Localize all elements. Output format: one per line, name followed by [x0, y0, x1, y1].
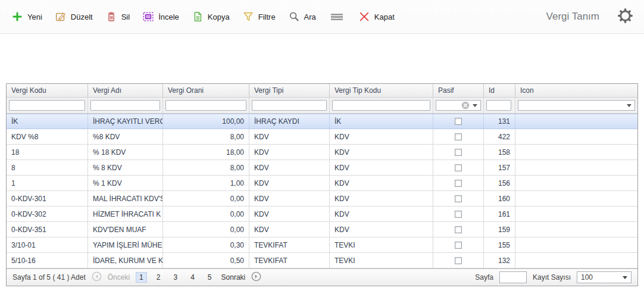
cell-vergi-orani[interactable]: 0,00: [163, 207, 249, 221]
cell-vergi-orani[interactable]: 0,50: [163, 253, 249, 268]
page-button-4[interactable]: 4: [187, 272, 198, 283]
cell-vergi-tipi[interactable]: KDV: [249, 222, 330, 237]
cell-vergi-adi[interactable]: İHRAÇ KAYITLI VERG: [88, 114, 163, 129]
cell-vergi-orani[interactable]: 0,30: [163, 237, 249, 252]
cell-vergi-tipi[interactable]: KDV: [249, 129, 330, 144]
cell-icon[interactable]: [515, 129, 637, 144]
table-row[interactable]: 0-KDV-302 HİZMET İHRACATI K 0,00 KDV KDV…: [7, 207, 637, 222]
cell-vergi-tipi[interactable]: TEVKIFAT: [249, 253, 330, 268]
cell-vergi-kodu[interactable]: 3/10-01: [7, 237, 88, 252]
menu-button[interactable]: [328, 10, 346, 23]
page-button-5[interactable]: 5: [204, 272, 215, 283]
cell-vergi-adi[interactable]: İDARE, KURUM VE K: [88, 253, 163, 268]
prev-page-button[interactable]: Önceki: [108, 273, 130, 282]
page-button-1[interactable]: 1: [136, 272, 147, 283]
cell-vergi-tip-kodu[interactable]: KDV: [330, 207, 433, 221]
cell-vergi-kodu[interactable]: 0-KDV-301: [7, 191, 88, 206]
cell-icon[interactable]: [515, 145, 637, 159]
cell-vergi-adi[interactable]: YAPIM İŞLERİ MÜHEN: [88, 237, 163, 252]
cell-vergi-kodu[interactable]: KDV %8: [7, 129, 88, 144]
cell-vergi-orani[interactable]: 0,00: [163, 222, 249, 237]
filter-vergi-adi-input[interactable]: [90, 100, 160, 111]
filter-vergi-tipi-input[interactable]: [252, 100, 327, 111]
cell-vergi-tipi[interactable]: KDV: [249, 207, 330, 221]
cell-vergi-kodu[interactable]: 0-KDV-302: [7, 207, 88, 221]
cell-vergi-tipi[interactable]: TEVKIFAT: [249, 237, 330, 252]
filter-vergi-orani-input[interactable]: [165, 100, 246, 111]
pasif-checkbox[interactable]: [455, 211, 462, 218]
cell-vergi-tip-kodu[interactable]: TEVKI: [330, 237, 433, 252]
cell-id[interactable]: 156: [484, 176, 515, 190]
cell-vergi-tip-kodu[interactable]: KDV: [330, 222, 433, 237]
pasif-checkbox[interactable]: [455, 180, 462, 187]
cell-vergi-tipi[interactable]: İHRAÇ KAYDI: [249, 114, 330, 129]
cell-vergi-kodu[interactable]: 8: [7, 160, 88, 175]
gear-icon[interactable]: [617, 8, 633, 26]
cell-vergi-orani[interactable]: 18,00: [163, 145, 249, 159]
cell-vergi-tipi[interactable]: KDV: [249, 191, 330, 206]
cell-vergi-tip-kodu[interactable]: İK: [330, 114, 433, 129]
column-header-vergi-tipi[interactable]: Vergi Tipi: [249, 84, 330, 97]
pasif-checkbox[interactable]: [455, 242, 462, 249]
filter-pasif-select[interactable]: [436, 100, 481, 111]
pasif-checkbox[interactable]: [455, 164, 462, 171]
cell-vergi-tipi[interactable]: KDV: [249, 160, 330, 175]
table-row[interactable]: 1 % 1 KDV 1,00 KDV KDV 156: [7, 176, 637, 191]
column-header-vergi-orani[interactable]: Vergi Orani: [163, 84, 249, 97]
column-header-vergi-tip-kodu[interactable]: Vergi Tip Kodu: [330, 84, 433, 97]
cell-vergi-kodu[interactable]: 0-KDV-351: [7, 222, 88, 237]
cell-vergi-tip-kodu[interactable]: KDV: [330, 129, 433, 144]
cell-vergi-orani[interactable]: 0,00: [163, 191, 249, 206]
cell-vergi-kodu[interactable]: 1: [7, 176, 88, 190]
cell-id[interactable]: 159: [484, 222, 515, 237]
cell-vergi-kodu[interactable]: 5/10-16: [7, 253, 88, 268]
cell-vergi-adi[interactable]: % 18 KDV: [88, 145, 163, 159]
pasif-checkbox[interactable]: [455, 257, 462, 264]
cell-icon[interactable]: [515, 160, 637, 175]
cell-icon[interactable]: [515, 114, 637, 129]
cell-vergi-tip-kodu[interactable]: KDV: [330, 145, 433, 159]
next-page-icon[interactable]: [251, 271, 261, 283]
filter-button[interactable]: Filtre: [242, 10, 276, 23]
filter-vergi-tip-kodu-input[interactable]: [332, 100, 430, 111]
cell-icon[interactable]: [515, 222, 637, 237]
pasif-checkbox[interactable]: [455, 118, 462, 125]
table-row[interactable]: İK İHRAÇ KAYITLI VERG 100,00 İHRAÇ KAYDI…: [7, 114, 637, 129]
cell-vergi-tipi[interactable]: KDV: [249, 176, 330, 190]
record-count-select[interactable]: 100: [577, 271, 632, 283]
clear-filter-icon[interactable]: [461, 101, 470, 110]
table-row[interactable]: 18 % 18 KDV 18,00 KDV KDV 158: [7, 145, 637, 160]
cell-vergi-tip-kodu[interactable]: KDV: [330, 191, 433, 206]
cell-vergi-adi[interactable]: MAL İHRACATI KDV'S: [88, 191, 163, 206]
cell-id[interactable]: 132: [484, 253, 515, 268]
pasif-checkbox[interactable]: [455, 149, 462, 156]
cell-vergi-adi[interactable]: KDV'DEN MUAF: [88, 222, 163, 237]
table-row[interactable]: 8 % 8 KDV 8,00 KDV KDV 157: [7, 160, 637, 176]
filter-icon-select[interactable]: [518, 100, 635, 111]
cell-vergi-kodu[interactable]: İK: [7, 114, 88, 129]
page-number-input[interactable]: [499, 271, 527, 283]
column-header-vergi-adi[interactable]: Vergi Adı: [88, 84, 163, 97]
table-row[interactable]: KDV %8 %8 KDV 8,00 KDV KDV 422: [7, 129, 637, 145]
cell-id[interactable]: 131: [484, 114, 515, 129]
cell-vergi-tip-kodu[interactable]: KDV: [330, 176, 433, 190]
filter-vergi-kodu-input[interactable]: [9, 100, 85, 111]
table-row[interactable]: 0-KDV-301 MAL İHRACATI KDV'S 0,00 KDV KD…: [7, 191, 637, 207]
page-button-2[interactable]: 2: [153, 272, 164, 283]
cell-vergi-orani[interactable]: 8,00: [163, 129, 249, 144]
column-header-vergi-kodu[interactable]: Vergi Kodu: [7, 84, 88, 97]
pasif-checkbox[interactable]: [455, 195, 462, 202]
cell-vergi-adi[interactable]: % 8 KDV: [88, 160, 163, 175]
cell-id[interactable]: 155: [484, 237, 515, 252]
cell-vergi-tip-kodu[interactable]: TEVKI: [330, 253, 433, 268]
pasif-checkbox[interactable]: [455, 226, 462, 233]
pasif-checkbox[interactable]: [455, 133, 462, 140]
inspect-button[interactable]: İncele: [142, 10, 179, 23]
cell-id[interactable]: 157: [484, 160, 515, 175]
cell-vergi-tipi[interactable]: KDV: [249, 145, 330, 159]
search-button[interactable]: Ara: [287, 10, 316, 23]
cell-vergi-orani[interactable]: 1,00: [163, 176, 249, 190]
filter-id-input[interactable]: [486, 100, 511, 111]
close-button[interactable]: Kapat: [358, 10, 395, 23]
delete-button[interactable]: Sil: [105, 10, 130, 23]
